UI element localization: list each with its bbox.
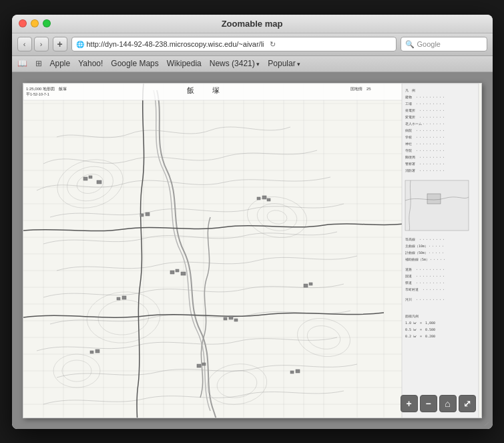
maximize-button[interactable] — [43, 19, 51, 27]
zoom-in-button[interactable]: + — [401, 395, 418, 412]
svg-rect-56 — [146, 212, 150, 216]
svg-text:国地情　25: 国地情 25 — [350, 87, 371, 91]
svg-rect-70 — [90, 351, 93, 353]
address-bar[interactable]: 🌐 http://dyn-144-92-48-238.microscopy.wi… — [71, 37, 397, 51]
svg-rect-62 — [181, 272, 186, 275]
svg-text:消防署　・・・・・・・・: 消防署 ・・・・・・・・ — [405, 168, 445, 172]
svg-text:平1-52-10-7-1: 平1-52-10-7-1 — [26, 92, 49, 96]
svg-text:変電所　・・・・・・・・: 変電所 ・・・・・・・・ — [405, 115, 445, 119]
svg-rect-68 — [304, 284, 308, 287]
svg-text:郵便局　・・・・・・・・: 郵便局 ・・・・・・・・ — [405, 155, 445, 159]
search-bar[interactable]: 🔍 Google — [401, 37, 487, 51]
svg-text:県道　・・・・・・・・・: 県道 ・・・・・・・・・ — [405, 281, 445, 285]
search-placeholder: Google — [417, 40, 441, 48]
svg-text:神社　・・・・・・・・・: 神社 ・・・・・・・・・ — [405, 142, 445, 146]
svg-rect-66 — [229, 316, 233, 319]
svg-text:0.2 ㎢　=　0.200: 0.2 ㎢ = 0.200 — [405, 334, 435, 338]
svg-rect-58 — [262, 196, 266, 199]
svg-text:病院　・・・・・・・・・: 病院 ・・・・・・・・・ — [405, 128, 445, 132]
svg-rect-60 — [170, 271, 174, 274]
url-text: http://dyn-144-92-48-238.microscopy.wisc… — [87, 40, 264, 48]
svg-text:補助曲線（5m）・・・・・: 補助曲線（5m）・・・・・ — [405, 257, 446, 261]
forward-button[interactable]: › — [34, 37, 49, 51]
bookmark-google-maps[interactable]: Google Maps — [111, 59, 158, 68]
svg-rect-65 — [224, 317, 227, 320]
search-icon: 🔍 — [405, 40, 415, 49]
svg-rect-61 — [176, 269, 179, 272]
svg-rect-73 — [202, 363, 206, 365]
svg-text:建物　・・・・・・・・・: 建物 ・・・・・・・・・ — [405, 95, 445, 99]
svg-rect-63 — [117, 297, 120, 300]
bookmark-wikipedia[interactable]: Wikipedia — [167, 59, 202, 68]
svg-rect-91 — [405, 180, 469, 231]
svg-rect-72 — [197, 364, 201, 367]
svg-rect-59 — [267, 198, 270, 201]
resize-handle[interactable]: ⟋ — [483, 420, 490, 428]
svg-text:国道　・・・・・・・・・: 国道 ・・・・・・・・・ — [405, 274, 445, 278]
map-controls: + − ⌂ ⤢ — [401, 395, 476, 412]
home-button[interactable]: ⌂ — [439, 395, 457, 412]
svg-rect-64 — [122, 296, 126, 299]
svg-text:道路　・・・・・・・・・: 道路 ・・・・・・・・・ — [405, 267, 445, 271]
svg-rect-54 — [97, 180, 101, 184]
svg-text:計曲線（50m）・・・・・: 計曲線（50m）・・・・・ — [405, 251, 445, 255]
svg-rect-52 — [83, 177, 87, 180]
svg-text:市町村道　・・・・・・・: 市町村道 ・・・・・・・ — [405, 287, 445, 291]
svg-rect-55 — [140, 214, 144, 216]
browser-window: Zoomable map ‹ › + 🌐 http://dyn-144-92-4… — [12, 15, 493, 429]
bookmark-yahoo[interactable]: Yahoo! — [78, 59, 103, 68]
svg-text:発電所　・・・・・・・・: 発電所 ・・・・・・・・ — [405, 108, 445, 112]
svg-rect-75 — [296, 370, 300, 373]
bookmark-news[interactable]: News (3421) — [210, 59, 260, 68]
svg-text:1:25,000 地形図　飯塚: 1:25,000 地形図 飯塚 — [26, 87, 67, 91]
svg-text:寺院　・・・・・・・・・: 寺院 ・・・・・・・・・ — [405, 148, 445, 152]
bookmarks-bar: 📖 ⊞ Apple Yahoo! Google Maps Wikipedia N… — [12, 56, 493, 72]
svg-text:河川　・・・・・・・・・: 河川 ・・・・・・・・・ — [405, 297, 445, 301]
svg-rect-92 — [427, 194, 441, 204]
traffic-lights — [19, 19, 51, 27]
svg-rect-71 — [95, 349, 99, 353]
new-tab-button[interactable]: + — [53, 37, 67, 51]
map-container[interactable]: 凡 例 建物 ・・・・・・・・・ 工場 ・・・・・・・・・ 発電所 ・・・・・・… — [23, 83, 482, 418]
close-button[interactable] — [19, 19, 27, 27]
bookmarks-grid-icon[interactable]: ⊞ — [35, 59, 42, 68]
fullscreen-button[interactable]: ⤢ — [459, 395, 476, 412]
svg-text:工場　・・・・・・・・・: 工場 ・・・・・・・・・ — [405, 102, 445, 106]
minimize-button[interactable] — [31, 19, 39, 27]
svg-text:0.5 ㎢　=　0.500: 0.5 ㎢ = 0.500 — [405, 327, 435, 331]
svg-rect-57 — [257, 197, 260, 200]
svg-text:飯　塚: 飯 塚 — [187, 86, 225, 94]
titlebar: Zoomable map — [12, 15, 493, 33]
browser-content: 凡 例 建物 ・・・・・・・・・ 工場 ・・・・・・・・・ 発電所 ・・・・・・… — [12, 72, 493, 429]
window-title: Zoomable map — [222, 19, 283, 29]
svg-text:警察署　・・・・・・・・: 警察署 ・・・・・・・・ — [405, 162, 445, 166]
svg-text:主曲線（10m）・・・・・: 主曲線（10m）・・・・・ — [405, 244, 445, 248]
reload-button[interactable]: ↻ — [267, 38, 279, 50]
map-image: 凡 例 建物 ・・・・・・・・・ 工場 ・・・・・・・・・ 発電所 ・・・・・・… — [23, 84, 481, 418]
bookmark-apple[interactable]: Apple — [50, 59, 71, 68]
nav-buttons: ‹ › — [17, 37, 49, 51]
bookmarks-list-icon[interactable]: 📖 — [17, 59, 27, 68]
back-button[interactable]: ‹ — [17, 37, 32, 51]
svg-text:面積凡例: 面積凡例 — [405, 314, 419, 318]
svg-rect-67 — [234, 319, 238, 321]
svg-rect-53 — [89, 176, 92, 178]
svg-text:1.0 ㎢　=　1,000: 1.0 ㎢ = 1,000 — [405, 321, 435, 325]
svg-text:等高線　・・・・・・・・: 等高線 ・・・・・・・・ — [405, 237, 445, 241]
svg-text:学校　・・・・・・・・・: 学校 ・・・・・・・・・ — [405, 135, 445, 139]
security-icon: 🌐 — [76, 41, 84, 48]
bookmark-popular[interactable]: Popular — [268, 59, 300, 68]
zoom-out-button[interactable]: − — [420, 395, 437, 412]
svg-rect-69 — [309, 283, 312, 285]
svg-rect-74 — [290, 371, 294, 374]
svg-text:老人ホーム・・・・・・・: 老人ホーム・・・・・・・ — [405, 122, 445, 126]
svg-text:凡　例: 凡 例 — [405, 88, 415, 92]
toolbar: ‹ › + 🌐 http://dyn-144-92-48-238.microsc… — [12, 33, 493, 56]
